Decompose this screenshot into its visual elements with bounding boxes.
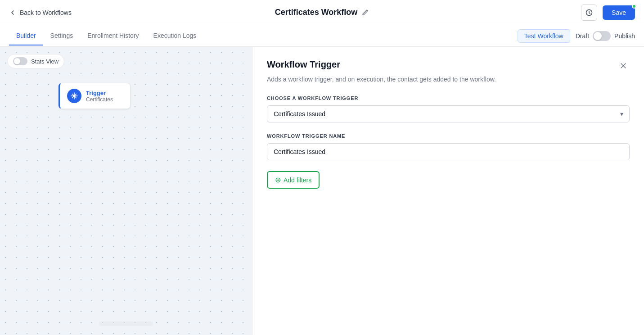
stats-toggle-knob [14, 58, 20, 64]
draft-label: Draft [576, 32, 589, 40]
close-panel-button[interactable] [617, 59, 630, 72]
trigger-node-icon [67, 89, 81, 103]
choose-trigger-label: CHOOSE A WORKFLOW TRIGGER [267, 95, 630, 101]
trigger-node-info: Trigger Certificates [86, 90, 113, 103]
save-button[interactable]: Save [603, 5, 635, 20]
svg-point-1 [73, 95, 76, 97]
trigger-node-subtitle: Certificates [86, 96, 113, 103]
test-workflow-button[interactable]: Test Workflow [518, 29, 570, 43]
stats-view-label: Stats View [31, 58, 59, 65]
panel-description: Adds a workflow trigger, and on executio… [267, 76, 630, 83]
workflow-title: Certificates Workflow [275, 8, 358, 17]
draft-publish-toggle: Draft Publish [576, 31, 635, 41]
edit-title-icon[interactable] [361, 9, 369, 17]
bottom-node-hint [99, 321, 153, 326]
add-filters-plus-icon: ⊕ [275, 176, 281, 184]
panel-title: Workflow Trigger [267, 59, 340, 70]
tab-execution-logs[interactable]: Execution Logs [146, 27, 204, 45]
trigger-name-input[interactable] [267, 143, 630, 160]
toggle-knob [594, 32, 602, 40]
trigger-node[interactable]: Trigger Certificates [59, 83, 131, 109]
app-header: Back to Workflows Certificates Workflow … [0, 0, 644, 25]
header-center: Certificates Workflow [275, 8, 369, 17]
trigger-select-wrapper: Certificates Issued Certificates Expired… [267, 105, 630, 122]
back-arrow-icon [9, 9, 16, 16]
tab-list: Builder Settings Enrollment History Exec… [9, 27, 203, 45]
tab-nav-actions: Test Workflow Draft Publish [518, 29, 635, 43]
workflow-trigger-panel: Workflow Trigger Adds a workflow trigger… [252, 47, 644, 335]
header-right: Save [581, 5, 635, 21]
save-dot [632, 4, 636, 9]
publish-toggle-switch[interactable] [593, 31, 611, 41]
add-filters-label: Add filters [284, 177, 311, 184]
back-label: Back to Workflows [20, 9, 72, 16]
stats-toggle-switch[interactable] [13, 57, 27, 65]
add-filters-button[interactable]: ⊕ Add filters [267, 171, 320, 189]
close-icon [619, 62, 627, 70]
back-to-workflows[interactable]: Back to Workflows [9, 9, 72, 16]
trigger-name-label: WORKFLOW TRIGGER NAME [267, 133, 630, 139]
tab-enrollment-history[interactable]: Enrollment History [80, 27, 146, 45]
workflow-canvas[interactable]: Stats View Trigger Certificates [0, 47, 252, 335]
stats-view-toggle[interactable]: Stats View [7, 54, 64, 68]
tab-navigation: Builder Settings Enrollment History Exec… [0, 25, 644, 47]
history-button[interactable] [581, 5, 597, 21]
tab-builder[interactable]: Builder [9, 27, 43, 45]
snowflake-icon [71, 92, 78, 100]
main-content: Stats View Trigger Certificates Workflow… [0, 47, 644, 335]
trigger-node-title: Trigger [86, 90, 113, 96]
panel-header: Workflow Trigger [267, 59, 630, 72]
publish-label: Publish [614, 32, 635, 40]
trigger-select[interactable]: Certificates Issued Certificates Expired… [267, 105, 630, 122]
history-icon [585, 9, 593, 16]
tab-settings[interactable]: Settings [43, 27, 81, 45]
